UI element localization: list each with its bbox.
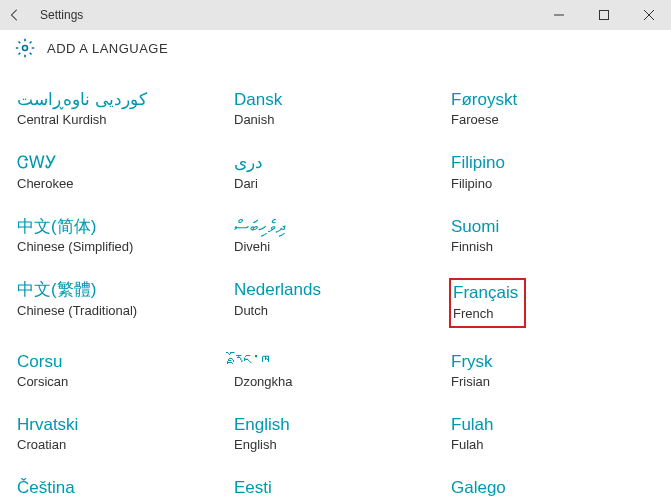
language-english-name: Divehi: [234, 239, 437, 254]
language-item[interactable]: EnglishEnglish: [232, 413, 439, 454]
language-item[interactable]: EestiEstonian: [232, 476, 439, 503]
language-native-name: Filipino: [451, 153, 654, 173]
gear-icon: [15, 38, 35, 58]
close-button[interactable]: [626, 0, 671, 30]
language-native-name: Føroyskt: [451, 90, 654, 110]
language-english-name: Chinese (Simplified): [17, 239, 220, 254]
language-english-name: Central Kurdish: [17, 112, 220, 127]
language-native-name: རྫོང་ཁ: [234, 352, 437, 372]
language-english-name: Fulah: [451, 437, 654, 452]
language-item[interactable]: ᏣᎳᎩCherokee: [15, 151, 222, 192]
language-english-name: Corsican: [17, 374, 220, 389]
language-grid: کوردیی ناوەڕاستCentral KurdishDanskDanis…: [0, 73, 671, 503]
maximize-button[interactable]: [581, 0, 626, 30]
language-native-name: 中文(繁體): [17, 280, 220, 300]
language-native-name: Eesti: [234, 478, 437, 498]
language-item[interactable]: FryskFrisian: [449, 350, 656, 391]
language-native-name: Dansk: [234, 90, 437, 110]
language-english-name: Dari: [234, 176, 437, 191]
language-item[interactable]: DanskDanish: [232, 88, 439, 129]
page-title: ADD A LANGUAGE: [47, 41, 168, 56]
language-item[interactable]: 中文(简体)Chinese (Simplified): [15, 215, 222, 256]
language-item[interactable]: ދިވެހިބަސްDivehi: [232, 215, 439, 256]
language-native-name: Nederlands: [234, 280, 437, 300]
language-item[interactable]: HrvatskiCroatian: [15, 413, 222, 454]
language-item[interactable]: 中文(繁體)Chinese (Traditional): [15, 278, 222, 327]
language-english-name: Cherokee: [17, 176, 220, 191]
language-english-name: Finnish: [451, 239, 654, 254]
window-title: Settings: [40, 8, 83, 22]
language-native-name: ދިވެހިބަސް: [234, 217, 437, 237]
language-english-name: English: [234, 437, 437, 452]
language-native-name: Suomi: [451, 217, 654, 237]
back-button[interactable]: [0, 0, 30, 30]
language-native-name: درى: [234, 153, 437, 173]
language-item[interactable]: FilipinoFilipino: [449, 151, 656, 192]
language-english-name: Frisian: [451, 374, 654, 389]
language-item[interactable]: ČeštinaCzech: [15, 476, 222, 503]
language-item[interactable]: کوردیی ناوەڕاستCentral Kurdish: [15, 88, 222, 129]
language-english-name: French: [453, 306, 518, 321]
language-item[interactable]: SuomiFinnish: [449, 215, 656, 256]
language-native-name: Français: [453, 283, 518, 303]
language-native-name: 中文(简体): [17, 217, 220, 237]
language-item[interactable]: FulahFulah: [449, 413, 656, 454]
minimize-button[interactable]: [536, 0, 581, 30]
language-item[interactable]: FøroysktFaroese: [449, 88, 656, 129]
language-english-name: Faroese: [451, 112, 654, 127]
titlebar: Settings: [0, 0, 671, 30]
language-native-name: Čeština: [17, 478, 220, 498]
language-item[interactable]: རྫོང་ཁDzongkha: [232, 350, 439, 391]
language-native-name: Corsu: [17, 352, 220, 372]
window-controls: [536, 0, 671, 30]
svg-rect-1: [599, 11, 608, 20]
language-native-name: Fulah: [451, 415, 654, 435]
language-english-name: Croatian: [17, 437, 220, 452]
language-native-name: Hrvatski: [17, 415, 220, 435]
language-native-name: Frysk: [451, 352, 654, 372]
language-item[interactable]: درىDari: [232, 151, 439, 192]
language-native-name: English: [234, 415, 437, 435]
language-english-name: Dzongkha: [234, 374, 437, 389]
language-native-name: Galego: [451, 478, 654, 498]
language-english-name: Filipino: [451, 176, 654, 191]
language-item[interactable]: GalegoGalician: [449, 476, 656, 503]
language-english-name: Dutch: [234, 303, 437, 318]
page-header: ADD A LANGUAGE: [0, 30, 671, 73]
language-item[interactable]: NederlandsDutch: [232, 278, 439, 327]
svg-point-4: [23, 46, 28, 51]
language-native-name: کوردیی ناوەڕاست: [17, 90, 220, 110]
language-native-name: ᏣᎳᎩ: [17, 153, 220, 173]
language-item[interactable]: CorsuCorsican: [15, 350, 222, 391]
language-english-name: Danish: [234, 112, 437, 127]
language-item[interactable]: FrançaisFrench: [449, 278, 526, 327]
language-english-name: Chinese (Traditional): [17, 303, 220, 318]
